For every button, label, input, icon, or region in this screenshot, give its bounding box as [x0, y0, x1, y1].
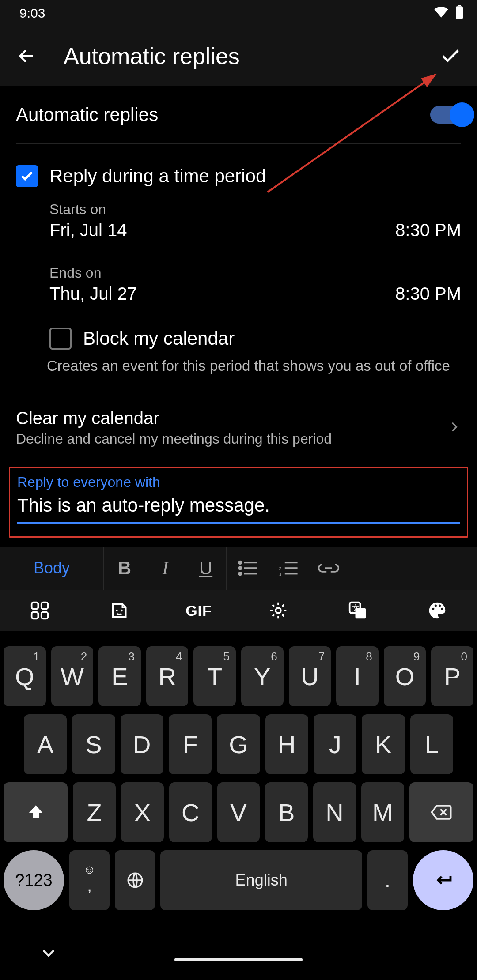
key-c[interactable]: C	[169, 782, 212, 842]
clear-calendar-title: Clear my calendar	[16, 408, 332, 428]
bullet-list-button[interactable]	[227, 547, 268, 590]
key-o[interactable]: O9	[384, 646, 426, 706]
svg-text:文: 文	[352, 604, 360, 612]
reply-field-value[interactable]: This is an auto-reply message.	[17, 495, 460, 524]
grid-icon	[30, 601, 49, 620]
block-calendar-label: Block my calendar	[83, 328, 235, 349]
auto-replies-label: Automatic replies	[16, 104, 158, 125]
clear-calendar-row[interactable]: Clear my calendar Decline and cancel my …	[16, 393, 461, 465]
time-period-checkbox-row[interactable]: Reply during a time period	[16, 165, 461, 187]
emoji-icon: ☺	[83, 863, 96, 876]
block-calendar-checkbox-row[interactable]: Block my calendar	[49, 328, 461, 350]
enter-key[interactable]	[413, 850, 473, 910]
key-t[interactable]: T5	[193, 646, 236, 706]
underline-button[interactable]: U	[186, 547, 226, 590]
link-button[interactable]	[308, 547, 349, 590]
bullet-list-icon	[238, 560, 257, 576]
format-style-selector[interactable]: Body	[0, 547, 104, 590]
key-n[interactable]: N	[313, 782, 356, 842]
enter-icon	[433, 870, 454, 891]
clear-calendar-subtitle: Decline and cancel my meetings during th…	[16, 431, 332, 447]
keyboard-apps-button[interactable]	[0, 590, 80, 631]
keyboard-theme-button[interactable]	[398, 590, 477, 631]
key-q[interactable]: Q1	[4, 646, 46, 706]
period-key[interactable]: .	[367, 850, 408, 910]
gear-icon	[269, 601, 288, 620]
system-navbar	[0, 939, 477, 980]
svg-point-26	[432, 608, 434, 610]
toggle-switch[interactable]	[430, 106, 470, 124]
key-a[interactable]: A	[24, 714, 67, 774]
shift-key[interactable]	[4, 782, 68, 842]
italic-button[interactable]: I	[145, 547, 186, 590]
language-key[interactable]	[115, 850, 155, 910]
format-toolbar: Body B I U 123	[0, 546, 477, 590]
key-b[interactable]: B	[265, 782, 308, 842]
arrow-left-icon	[17, 46, 36, 66]
start-time-row[interactable]: Starts on Fri, Jul 14 8:30 PM	[49, 201, 461, 240]
key-f[interactable]: F	[169, 714, 212, 774]
svg-rect-0	[458, 5, 461, 6]
key-i[interactable]: I8	[336, 646, 379, 706]
sticker-icon	[110, 601, 129, 620]
svg-point-3	[239, 562, 242, 564]
svg-rect-19	[42, 612, 48, 619]
status-time: 9:03	[19, 6, 45, 21]
key-d[interactable]: D	[121, 714, 163, 774]
reply-message-field[interactable]: Reply to everyone with This is an auto-r…	[9, 467, 468, 538]
key-h[interactable]: H	[265, 714, 308, 774]
auto-replies-toggle-row[interactable]: Automatic replies	[16, 86, 461, 144]
key-v[interactable]: V	[217, 782, 260, 842]
numbered-list-button[interactable]: 123	[268, 547, 308, 590]
nav-handle[interactable]	[174, 958, 303, 961]
keyboard-settings-button[interactable]	[238, 590, 318, 631]
keyboard-collapse-button[interactable]	[40, 944, 57, 963]
key-y[interactable]: Y6	[241, 646, 284, 706]
keyboard-gif-button[interactable]: GIF	[159, 590, 238, 631]
time-period-label: Reply during a time period	[49, 166, 266, 187]
symbols-key[interactable]: ?123	[4, 850, 64, 910]
status-bar: 9:03	[0, 0, 477, 26]
svg-point-5	[239, 567, 242, 569]
page-title: Automatic replies	[64, 43, 436, 69]
space-key[interactable]: English	[160, 850, 362, 910]
key-m[interactable]: M	[361, 782, 404, 842]
svg-point-20	[116, 610, 117, 611]
end-time-row[interactable]: Ends on Thu, Jul 27 8:30 PM	[49, 265, 461, 304]
emoji-comma-key[interactable]: ☺ ,	[69, 850, 110, 910]
key-g[interactable]: G	[217, 714, 260, 774]
confirm-button[interactable]	[436, 42, 465, 70]
key-w[interactable]: W2	[51, 646, 94, 706]
key-s[interactable]: S	[72, 714, 115, 774]
keyboard-translate-button[interactable]: 文	[318, 590, 398, 631]
wifi-icon	[434, 6, 449, 21]
key-j[interactable]: J	[314, 714, 356, 774]
svg-point-28	[439, 604, 441, 607]
key-k[interactable]: K	[362, 714, 405, 774]
key-u[interactable]: U7	[289, 646, 331, 706]
key-x[interactable]: X	[121, 782, 164, 842]
svg-rect-17	[42, 603, 48, 609]
reply-field-label: Reply to everyone with	[17, 474, 460, 490]
keyboard-stickers-button[interactable]	[80, 590, 159, 631]
bold-button[interactable]: B	[104, 547, 145, 590]
key-l[interactable]: L	[410, 714, 453, 774]
checkbox-checked-icon	[16, 165, 38, 187]
backspace-key[interactable]	[409, 782, 473, 842]
svg-point-7	[239, 573, 242, 575]
chevron-right-icon	[447, 420, 461, 436]
globe-icon	[126, 871, 144, 890]
key-e[interactable]: E3	[98, 646, 141, 706]
svg-text:3: 3	[278, 572, 281, 576]
key-r[interactable]: R4	[146, 646, 189, 706]
soft-keyboard[interactable]: Q1W2E3R4T5Y6U7I8O9P0 ASDFGHJKL ZXCVBNM ?…	[0, 638, 477, 910]
svg-text:1: 1	[278, 561, 281, 566]
back-button[interactable]	[12, 42, 41, 70]
page-header: Automatic replies	[0, 26, 477, 86]
starts-time[interactable]: 8:30 PM	[395, 220, 461, 240]
key-p[interactable]: P0	[431, 646, 473, 706]
backspace-icon	[430, 803, 452, 821]
key-z[interactable]: Z	[73, 782, 116, 842]
chevron-down-icon	[40, 944, 57, 961]
ends-time[interactable]: 8:30 PM	[395, 284, 461, 304]
